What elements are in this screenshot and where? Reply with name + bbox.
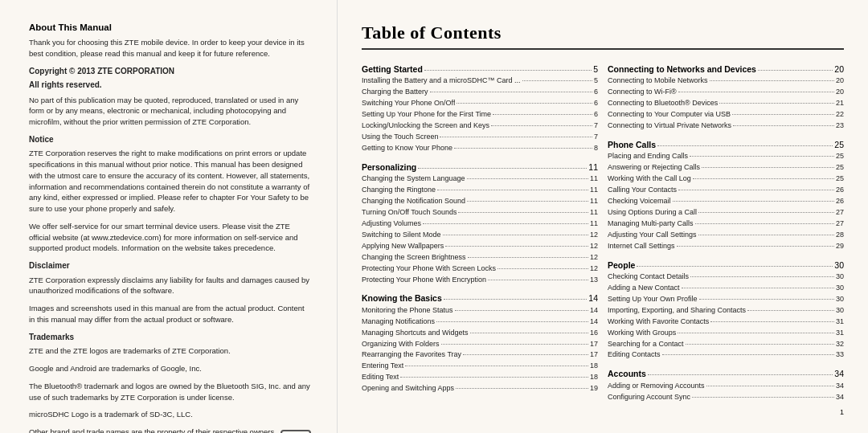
toc-section-label: Personalizing — [362, 161, 416, 174]
toc-item-label: Setting Up Your Own Profile — [608, 294, 698, 305]
toc-item-label: Protecting Your Phone With Screen Locks — [362, 263, 496, 275]
toc-item-label: Switching Your Phone On/Off — [362, 98, 455, 109]
trademarks-5: Other brand and trade names are the prop… — [29, 427, 280, 433]
toc-item: Connecting to Wi-Fi®20 — [608, 87, 844, 98]
trademarks-2: Google and Android are trademarks of Goo… — [29, 363, 311, 374]
notice-title: Notice — [29, 134, 311, 146]
toc-item: Editing Text18 — [362, 372, 598, 383]
toc-item-label: Adding or Removing Accounts — [608, 381, 705, 392]
disclaimer-text: ZTE Corporation expressly disclaims any … — [29, 275, 311, 297]
toc-item-page: 5 — [594, 76, 598, 87]
toc-item: Changing the Ringtone11 — [362, 185, 598, 196]
toc-item-page: 32 — [836, 339, 844, 350]
toc-item-page: 25 — [836, 162, 844, 174]
toc-item: Adding or Removing Accounts34 — [608, 381, 844, 392]
toc-title: Table of Contents — [362, 22, 844, 50]
toc-item: Adjusting Your Call Settings28 — [608, 230, 844, 241]
toc-item-label: Searching for a Contact — [608, 339, 684, 350]
toc-item-label: Connecting to Your Computer via USB — [608, 109, 731, 121]
toc-item-label: Connecting to Bluetooth® Devices — [608, 98, 718, 109]
toc-item-label: Changing the System Language — [362, 174, 465, 185]
toc-item-label: Managing Shortcuts and Widgets — [362, 328, 469, 339]
toc-item: Working With the Call Log25 — [608, 174, 844, 185]
toc-section-header: Connecting to Networks and Devices20 — [608, 63, 844, 76]
toc-item-label: Protecting Your Phone With Encryption — [362, 275, 486, 286]
toc-item-page: 19 — [590, 383, 598, 394]
toc-item-page: 14 — [590, 305, 598, 317]
toc-item-page: 20 — [836, 87, 844, 98]
toc-item: Entering Text18 — [362, 361, 598, 372]
toc-item-page: 30 — [836, 294, 844, 305]
toc-item-label: Configuring Account Sync — [608, 392, 690, 403]
toc-item-label: Working With Favorite Contacts — [608, 317, 709, 328]
toc-item-page: 26 — [836, 196, 844, 207]
toc-item: Using the Touch Screen7 — [362, 132, 598, 143]
toc-item: Monitoring the Phone Status14 — [362, 305, 598, 317]
toc-item-page: 16 — [590, 328, 598, 339]
toc-item-page: 14 — [590, 317, 598, 328]
toc-section-header: Accounts34 — [608, 367, 844, 380]
all-rights: All rights reserved. — [29, 80, 311, 92]
right-page: Table of Contents Getting Started5Instal… — [338, 0, 868, 433]
toc-section-label: Getting Started — [362, 63, 423, 76]
toc-item: Calling Your Contacts26 — [608, 185, 844, 196]
toc-item-label: Checking Voicemail — [608, 196, 671, 207]
toc-item: Working With Groups31 — [608, 328, 844, 339]
toc-section-header: People30 — [608, 259, 844, 272]
disclaimer-title: Disclaimer — [29, 260, 311, 272]
toc-item: Searching for a Contact32 — [608, 339, 844, 350]
toc-item-label: Adding a New Contact — [608, 283, 680, 294]
toc-section-label: Accounts — [608, 367, 646, 380]
toc-item-label: Organizing With Folders — [362, 339, 440, 350]
toc-item-label: Checking Contact Details — [608, 272, 689, 283]
toc-item-page: 30 — [836, 283, 844, 294]
toc-item: Connecting to Virtual Private Networks23 — [608, 121, 844, 132]
toc-item: Managing Multi-party Calls27 — [608, 219, 844, 230]
toc-section-page: 30 — [834, 259, 844, 272]
toc-item-page: 13 — [590, 275, 598, 286]
toc-item: Setting Up Your Phone for the First Time… — [362, 109, 598, 121]
toc-item-page: 17 — [590, 349, 598, 361]
toc-item-label: Changing the Ringtone — [362, 185, 436, 196]
toc-item-label: Importing, Exporting, and Sharing Contac… — [608, 305, 746, 317]
toc-item-page: 11 — [590, 196, 598, 207]
toc-item: Checking Contact Details30 — [608, 272, 844, 283]
toc-item-page: 8 — [594, 143, 598, 154]
toc-item-page: 34 — [836, 392, 844, 403]
toc-item: Adjusting Volumes11 — [362, 219, 598, 230]
toc-item: Importing, Exporting, and Sharing Contac… — [608, 305, 844, 317]
toc-item: Placing and Ending Calls25 — [608, 151, 844, 162]
toc-item: Using Options During a Call27 — [608, 207, 844, 219]
toc-item-page: 11 — [590, 207, 598, 219]
toc-item-page: 25 — [836, 151, 844, 162]
toc-item-page: 26 — [836, 185, 844, 196]
toc-item-page: 6 — [594, 109, 598, 121]
toc-item-label: Answering or Rejecting Calls — [608, 162, 700, 174]
all-rights-text: No part of this publication may be quote… — [29, 95, 311, 128]
toc-item-label: Internet Call Settings — [608, 241, 675, 252]
toc-item-page: 31 — [836, 328, 844, 339]
toc-item-page: 21 — [836, 98, 844, 109]
toc-item: Managing Notifications14 — [362, 317, 598, 328]
toc-item: Installing the Battery and a microSDHC™ … — [362, 76, 598, 87]
toc-section-page: 25 — [834, 138, 844, 151]
toc-item: Editing Contacts33 — [608, 349, 844, 361]
toc-item-label: Changing the Notification Sound — [362, 196, 465, 207]
toc-item-label: Using Options During a Call — [608, 207, 697, 219]
toc-item: Protecting Your Phone With Encryption13 — [362, 275, 598, 286]
toc-item-page: 27 — [836, 219, 844, 230]
toc-item-page: 20 — [836, 76, 844, 87]
toc-item-page: 27 — [836, 207, 844, 219]
toc-item-label: Rearranging the Favorites Tray — [362, 349, 461, 361]
toc-item-page: 11 — [590, 185, 598, 196]
toc-columns: Getting Started5Installing the Battery a… — [362, 63, 844, 403]
toc-item-page: 34 — [836, 381, 844, 392]
toc-item-label: Entering Text — [362, 361, 403, 372]
toc-item: Internet Call Settings29 — [608, 241, 844, 252]
toc-item-page: 33 — [836, 349, 844, 361]
toc-item: Rearranging the Favorites Tray17 — [362, 349, 598, 361]
toc-item-label: Installing the Battery and a microSDHC™ … — [362, 76, 521, 87]
toc-item-label: Applying New Wallpapers — [362, 241, 444, 252]
toc-section-header: Phone Calls25 — [608, 138, 844, 151]
toc-section-header: Knowing the Basics14 — [362, 292, 598, 304]
